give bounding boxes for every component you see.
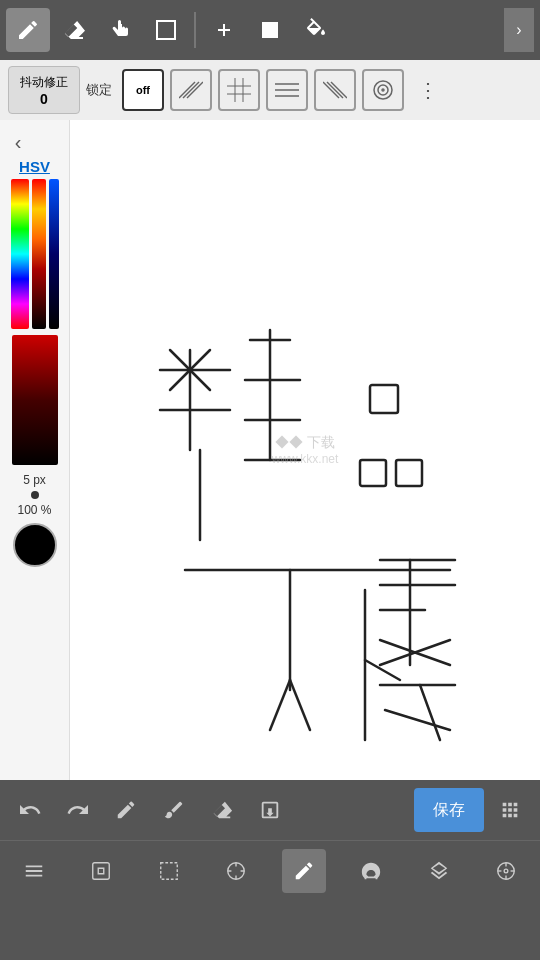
svg-point-52	[504, 869, 508, 873]
collapse-panel-btn[interactable]: ‹	[2, 126, 34, 158]
fill-rect-tool[interactable]	[248, 8, 292, 52]
pattern-hatch1-btn[interactable]	[170, 69, 212, 111]
brush-active-btn[interactable]	[282, 849, 326, 893]
pencil-tool[interactable]	[6, 8, 50, 52]
pattern-hatch2-btn[interactable]	[266, 69, 308, 111]
svg-line-4	[179, 82, 195, 98]
bottom-toolbar1: 保存	[0, 780, 540, 840]
color-fill-tool[interactable]	[294, 8, 338, 52]
svg-rect-0	[157, 21, 175, 39]
svg-rect-2	[262, 22, 278, 38]
value-slider[interactable]	[49, 179, 59, 329]
opacity-label: 100 %	[17, 503, 51, 517]
pattern-grid-btn[interactable]	[218, 69, 260, 111]
pen2-tool-btn[interactable]	[152, 788, 196, 832]
hue-slider[interactable]	[11, 179, 29, 329]
svg-point-16	[374, 81, 392, 99]
nav-arrow-btn[interactable]: ›	[504, 8, 534, 52]
export-btn[interactable]	[248, 788, 292, 832]
dark-color-bar[interactable]	[12, 335, 58, 465]
left-panel: ‹ HSV 5 px 100 %	[0, 120, 70, 780]
selection-tool[interactable]	[144, 8, 188, 52]
pattern-off-label: off	[136, 84, 150, 96]
top-toolbar: ›	[0, 0, 540, 60]
transform-btn[interactable]	[214, 849, 258, 893]
undo-btn[interactable]	[8, 788, 52, 832]
canvas-area[interactable]: ◆◆ 下载 www.kkx.net	[70, 120, 540, 780]
svg-rect-49	[161, 862, 178, 879]
svg-line-35	[270, 680, 290, 730]
color-pickers	[11, 179, 59, 329]
brush-size-label: 5 px	[23, 473, 46, 487]
color-palette-btn[interactable]	[349, 849, 393, 893]
svg-line-45	[385, 710, 450, 730]
drawing-canvas[interactable]	[70, 120, 540, 780]
svg-line-5	[187, 82, 203, 98]
eraser-bottom-btn[interactable]	[200, 788, 244, 832]
svg-line-14	[323, 82, 339, 98]
svg-line-13	[327, 82, 343, 98]
eraser-tool[interactable]	[52, 8, 96, 52]
saturation-slider[interactable]	[32, 179, 46, 329]
lock-label: 锁定	[86, 81, 112, 99]
svg-point-18	[382, 89, 384, 91]
current-color-swatch[interactable]	[13, 523, 57, 567]
svg-point-17	[378, 85, 388, 95]
svg-line-36	[290, 680, 310, 730]
svg-rect-31	[360, 460, 386, 486]
redo-btn[interactable]	[56, 788, 100, 832]
toolbar-separator	[194, 12, 196, 48]
svg-rect-30	[370, 385, 398, 413]
bottom-toolbar2	[0, 840, 540, 900]
hand-tool[interactable]	[98, 8, 142, 52]
svg-rect-32	[396, 460, 422, 486]
more-tools-btn[interactable]	[484, 849, 528, 893]
layers-btn[interactable]	[417, 849, 461, 893]
selection-rect-btn[interactable]	[147, 849, 191, 893]
stabilizer-label: 抖动修正	[20, 74, 68, 91]
move-tool[interactable]	[202, 8, 246, 52]
pattern-off-btn[interactable]: off	[122, 69, 164, 111]
stabilizer-value: 0	[40, 91, 48, 107]
svg-line-15	[331, 82, 347, 98]
second-toolbar: 抖动修正 0 锁定 off ⋮	[0, 60, 540, 120]
main-area: ‹ HSV 5 px 100 %	[0, 120, 540, 780]
menu-btn[interactable]	[12, 849, 56, 893]
canvas-settings-btn[interactable]	[79, 849, 123, 893]
grid-apps-btn[interactable]	[488, 788, 532, 832]
save-btn[interactable]: 保存	[414, 788, 484, 832]
more-options-btn[interactable]: ⋮	[412, 74, 444, 106]
color-mode-label[interactable]: HSV	[19, 158, 50, 175]
pattern-circle-btn[interactable]	[362, 69, 404, 111]
svg-line-44	[420, 685, 440, 740]
pen-tool-btn[interactable]	[104, 788, 148, 832]
stabilizer-button[interactable]: 抖动修正 0	[8, 66, 80, 114]
svg-rect-48	[93, 862, 110, 879]
pattern-hatch3-btn[interactable]	[314, 69, 356, 111]
svg-point-1	[223, 29, 225, 31]
svg-line-3	[183, 82, 199, 98]
brush-preview-dot	[31, 491, 39, 499]
